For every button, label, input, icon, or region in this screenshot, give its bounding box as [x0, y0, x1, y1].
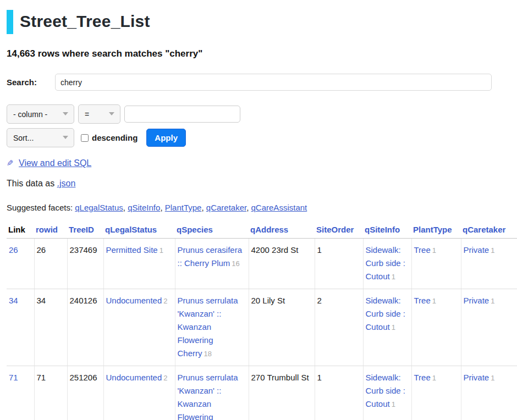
plant-type-link[interactable]: Tree: [414, 296, 431, 305]
cell-rowid: 26: [34, 239, 67, 289]
view-edit-sql-link[interactable]: View and edit SQL: [19, 158, 91, 168]
search-input[interactable]: [55, 74, 492, 91]
facet-separator: ,: [201, 203, 206, 212]
cell-qaddress: 270 Trumbull St: [249, 366, 315, 420]
chevron-down-icon: [63, 112, 68, 115]
cell-siteorder: 1: [315, 366, 363, 420]
caretaker-link[interactable]: Private: [464, 296, 490, 305]
cell-qsiteinfo: Sidewalk: Curb side : Cutout1: [363, 239, 411, 289]
facet-link-qcareassistant[interactable]: qCareAssistant: [251, 203, 307, 212]
filter-operator-select[interactable]: =: [78, 104, 120, 124]
facet-link-planttype[interactable]: PlantType: [165, 203, 202, 212]
species-link[interactable]: Prunus serrulata 'Kwanzan' :: Kwanzan Fl…: [178, 296, 238, 358]
facet-count: 1: [432, 246, 436, 255]
facet-count: 1: [432, 374, 436, 382]
row-link[interactable]: 34: [9, 296, 18, 305]
filter-column-select[interactable]: - column -: [7, 104, 74, 124]
cell-rowid: 34: [34, 289, 67, 366]
filter-column-select-value: - column -: [13, 110, 47, 119]
cell-link: 26: [7, 239, 34, 289]
cell-qcaretaker: Private1: [461, 289, 517, 366]
facet-separator: ,: [160, 203, 164, 212]
facet-count: 1: [392, 400, 395, 408]
sort-row: Sort... descending Apply: [7, 128, 517, 147]
facet-count: 1: [491, 246, 494, 255]
filter-value-input[interactable]: [124, 106, 240, 123]
facet-count: 2: [163, 297, 167, 305]
plant-type-link[interactable]: Tree: [414, 245, 431, 255]
cell-planttype: Tree1: [411, 366, 461, 420]
site-info-link[interactable]: Sidewalk: Curb side : Cutout: [366, 296, 406, 331]
row-link[interactable]: 71: [9, 373, 18, 382]
descending-label: descending: [92, 133, 138, 142]
facet-separator: ,: [246, 203, 251, 212]
cell-qaddress: 4200 23rd St: [249, 239, 315, 289]
accent-bar: [7, 10, 13, 34]
facet-link-qlegalstatus[interactable]: qLegalStatus: [75, 203, 123, 212]
table-row: 26 26 237469 Permitted Site1 Prunus cera…: [7, 239, 517, 289]
cell-qcaretaker: Private1: [461, 366, 517, 420]
apply-button[interactable]: Apply: [146, 129, 186, 147]
column-header-qaddress: qAddress: [249, 222, 315, 239]
site-info-link[interactable]: Sidewalk: Curb side : Cutout: [366, 373, 406, 408]
column-header-planttype: PlantType: [411, 222, 461, 239]
facet-count: 1: [392, 323, 395, 331]
cell-link: 71: [7, 366, 34, 420]
search-form: Search:: [7, 74, 517, 91]
legal-status-link[interactable]: Permitted Site: [106, 245, 158, 255]
cell-planttype: Tree1: [411, 239, 461, 289]
site-info-link[interactable]: Sidewalk: Curb side : Cutout: [366, 245, 406, 281]
descending-checkbox[interactable]: [81, 134, 89, 142]
cell-qlegalstatus: Undocumented2: [103, 289, 175, 366]
facets-prefix: Suggested facets:: [7, 203, 75, 212]
cell-treeid: 251206: [67, 366, 103, 420]
column-header-treeid: TreeID: [67, 222, 103, 239]
json-link[interactable]: .json: [57, 179, 76, 188]
suggested-facets-row: Suggested facets: qLegalStatus, qSiteInf…: [7, 203, 517, 212]
plant-type-link[interactable]: Tree: [414, 373, 431, 382]
caretaker-link[interactable]: Private: [464, 373, 490, 382]
data-as-prefix: This data as: [7, 179, 57, 188]
row-link[interactable]: 26: [9, 245, 18, 255]
cell-qcaretaker: Private1: [461, 239, 517, 289]
column-header-qsiteinfo: qSiteInfo: [363, 222, 411, 239]
facet-count: 1: [432, 297, 436, 305]
page-title: Street_Tree_List: [20, 10, 150, 34]
cell-qspecies: Prunus cerasifera :: Cherry Plum16: [175, 239, 249, 289]
facet-link-qcaretaker[interactable]: qCaretaker: [206, 203, 246, 212]
column-header-siteorder: SiteOrder: [315, 222, 363, 239]
facet-count: 1: [491, 374, 494, 382]
legal-status-link[interactable]: Undocumented: [106, 373, 162, 382]
facet-count: 16: [232, 259, 239, 268]
cell-treeid: 240126: [67, 289, 103, 366]
table-header-row: Link rowid TreeID qLegalStatus qSpecies …: [7, 222, 517, 239]
column-header-rowid: rowid: [34, 222, 67, 239]
facet-separator: ,: [123, 203, 128, 212]
cell-qspecies: Prunus serrulata 'Kwanzan' :: Kwanzan Fl…: [175, 289, 249, 366]
sort-select[interactable]: Sort...: [7, 128, 74, 147]
cell-siteorder: 1: [315, 239, 363, 289]
table-row: 71 71 251206 Undocumented2 Prunus serrul…: [7, 366, 517, 420]
caretaker-link[interactable]: Private: [464, 245, 490, 255]
facet-link-qsiteinfo[interactable]: qSiteInfo: [128, 203, 160, 212]
pencil-icon: ✎: [7, 158, 14, 168]
facet-count: 1: [491, 297, 494, 305]
chevron-down-icon: [109, 112, 114, 115]
chevron-down-icon: [63, 136, 68, 139]
facet-count: 1: [160, 246, 163, 255]
cell-link: 34: [7, 289, 34, 366]
cell-qlegalstatus: Permitted Site1: [103, 239, 175, 289]
filter-row: - column - =: [7, 104, 517, 124]
cell-qsiteinfo: Sidewalk: Curb side : Cutout1: [363, 289, 411, 366]
column-header-qspecies: qSpecies: [175, 222, 249, 239]
column-header-qcaretaker: qCaretaker: [461, 222, 517, 239]
cell-qspecies: Prunus serrulata 'Kwanzan' :: Kwanzan Fl…: [175, 366, 249, 420]
page-header: Street_Tree_List: [7, 10, 517, 34]
species-link[interactable]: Prunus serrulata 'Kwanzan' :: Kwanzan Fl…: [178, 373, 238, 420]
sql-link-row: ✎ View and edit SQL: [7, 158, 517, 168]
filter-operator-select-value: =: [85, 110, 89, 119]
facet-count: 1: [392, 273, 395, 281]
legal-status-link[interactable]: Undocumented: [106, 296, 162, 305]
page: Street_Tree_List 14,663 rows where searc…: [0, 0, 517, 420]
column-header-qlegalstatus: qLegalStatus: [103, 222, 175, 239]
